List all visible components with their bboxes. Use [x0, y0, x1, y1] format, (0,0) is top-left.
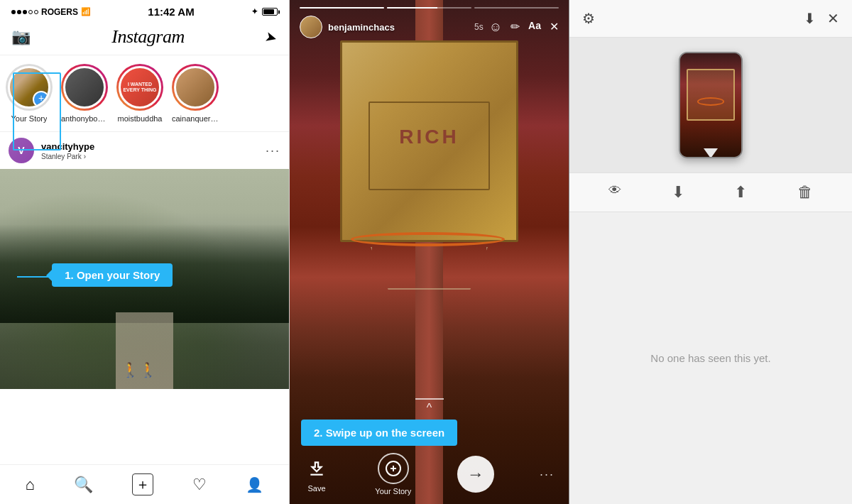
- post-info: vancityhype Stanley Park ›: [41, 141, 258, 160]
- backboard: RICH: [340, 40, 519, 242]
- dot1: [11, 10, 16, 14]
- direct-message-icon[interactable]: ➤: [263, 27, 280, 47]
- swipe-chevron-icon: ^: [427, 402, 432, 414]
- backboard-text: RICH: [399, 126, 459, 148]
- nav-home-icon[interactable]: ⌂: [26, 476, 35, 494]
- story-viewer-avatar: [300, 16, 322, 38]
- swipe-line: [415, 398, 444, 400]
- story-save-label: Save: [307, 484, 325, 493]
- story-time-label: 5s: [474, 22, 484, 32]
- screen3-delete-icon[interactable]: 🗑: [797, 183, 813, 202]
- story-preview-phone: [679, 52, 743, 158]
- stories-row: Your Story anthonybou... I WANTED EVERY …: [0, 55, 289, 132]
- progress-bar-3: [474, 7, 559, 9]
- location-arrow-icon: ›: [84, 153, 86, 160]
- settings-icon[interactable]: ⚙: [582, 10, 595, 27]
- story-pencil-icon[interactable]: ✏: [510, 20, 520, 35]
- your-story-label: Your Story: [11, 114, 48, 123]
- story-progress-bars: [300, 7, 559, 9]
- post-username[interactable]: vancityhype: [41, 141, 258, 152]
- download-icon[interactable]: ⬇: [804, 10, 816, 27]
- status-bar: ROGERS 📶 11:42 AM ✦: [0, 0, 289, 21]
- screens-container: ROGERS 📶 11:42 AM ✦ 📷 Instagram ➤: [0, 0, 852, 504]
- progress-fill-1: [300, 7, 384, 9]
- story-save-icon-container: [304, 456, 329, 481]
- figures: 🚶🚶: [121, 361, 157, 378]
- clock-time: 11:42 AM: [148, 6, 194, 18]
- swipe-callout-text: 2. Swipe up on the screen: [314, 427, 444, 439]
- dot3: [23, 10, 27, 14]
- your-story-avatar: [8, 66, 50, 109]
- story-close-icon[interactable]: ✕: [550, 20, 559, 35]
- story-item-anthonybou[interactable]: anthonybou...: [61, 64, 108, 123]
- story-add-icon: [385, 460, 402, 477]
- story-text-icon[interactable]: Aa: [528, 20, 541, 35]
- open-story-callout: 1. Open your Story: [52, 263, 173, 287]
- status-right: ✦: [251, 7, 278, 16]
- story-item-your-story[interactable]: Your Story: [6, 64, 53, 123]
- story-viewer-username: benjaminchacs: [328, 22, 469, 33]
- screen3-header: ⚙ ⬇ ✕: [569, 0, 852, 38]
- post-user-avatar: V: [9, 138, 34, 163]
- story-next-button[interactable]: →: [457, 456, 494, 493]
- moistbuddha-avatar-ring: I WANTED EVERY THING: [116, 64, 163, 111]
- screen3-download-icon[interactable]: ⬇: [672, 183, 684, 202]
- moistbuddha-label: moistbuddha: [118, 114, 163, 123]
- your-story-avatar-ring: [6, 64, 53, 111]
- camera-icon[interactable]: 📷: [11, 28, 31, 46]
- screen3-icons-right: ⬇ ✕: [804, 10, 839, 27]
- swipe-up-indicator: ^: [301, 398, 557, 414]
- swipe-up-callout: 2. Swipe up on the screen: [301, 420, 457, 446]
- story-save-icon: [307, 459, 326, 478]
- nav-profile-icon[interactable]: 👤: [246, 476, 263, 493]
- callout-text: 1. Open your Story: [65, 269, 160, 281]
- nav-add-icon[interactable]: ＋: [132, 473, 153, 495]
- anthonybou-avatar-ring: [61, 64, 108, 111]
- preview-triangle-pointer: [704, 148, 718, 158]
- hoop-net: [371, 247, 488, 290]
- bottom-navigation: ⌂ 🔍 ＋ ♡ 👤: [0, 464, 289, 504]
- preview-hoop-ring: [697, 97, 725, 106]
- nav-search-icon[interactable]: 🔍: [74, 476, 93, 494]
- anthonybou-avatar: [63, 66, 106, 109]
- post-location[interactable]: Stanley Park ›: [41, 152, 258, 160]
- wifi-icon: 📶: [81, 7, 91, 16]
- story-save-action[interactable]: Save: [304, 456, 329, 493]
- screen3-share-icon[interactable]: ⬆: [734, 183, 747, 202]
- story-user-row: benjaminchacs 5s ☺ ✏ Aa ✕: [300, 16, 559, 38]
- story-circle-icon: [378, 453, 409, 484]
- story-header-icons: ☺ ✏ Aa ✕: [489, 20, 559, 35]
- post-more-options[interactable]: ···: [266, 143, 280, 158]
- progress-fill-2: [387, 7, 437, 9]
- post-avatar-letter: V: [18, 145, 24, 156]
- dot2: [17, 10, 21, 14]
- post-header: V vancityhype Stanley Park › ···: [0, 132, 289, 169]
- story-your-story-action[interactable]: Your Story: [375, 453, 411, 495]
- post-image: 🚶🚶 1. Open your Story: [0, 169, 289, 389]
- story-your-story-label: Your Story: [375, 487, 411, 495]
- story-smiley-icon[interactable]: ☺: [489, 20, 502, 35]
- screen1-instagram-feed: ROGERS 📶 11:42 AM ✦ 📷 Instagram ➤: [0, 0, 290, 504]
- story-item-cainanqueri[interactable]: cainanqueri...: [172, 64, 219, 123]
- next-arrow-icon: →: [467, 464, 484, 484]
- callout-pointer: [46, 270, 52, 281]
- battery-indicator: [262, 8, 278, 16]
- story-actions-row: Save Your Story → ···: [301, 453, 557, 495]
- screen3-empty-state: No one has seen this yet.: [569, 212, 852, 504]
- screen2-story-viewer: RICH benjaminchacs 5s ☺ ✏ Aa: [290, 0, 569, 504]
- no-viewers-message: No one has seen this yet.: [650, 352, 770, 364]
- story-more-options[interactable]: ···: [540, 467, 555, 482]
- story-item-moistbuddha[interactable]: I WANTED EVERY THING moistbuddha: [116, 64, 163, 123]
- close-icon[interactable]: ✕: [827, 10, 839, 27]
- instagram-logo: Instagram: [111, 26, 184, 48]
- cainanqueri-avatar-ring: [172, 64, 219, 111]
- preview-hoop: [687, 69, 736, 121]
- battery-fill: [263, 9, 274, 14]
- views-eye-icon[interactable]: 👁: [608, 183, 621, 202]
- dot4: [28, 10, 33, 14]
- nav-activity-icon[interactable]: ♡: [192, 476, 207, 494]
- moist-text: I WANTED EVERY THING: [121, 82, 159, 94]
- screen3-story-detail: ⚙ ⬇ ✕ 👁 ⬇ ⬆ 🗑 No one h: [569, 0, 852, 504]
- anthonybou-label: anthonybou...: [61, 114, 108, 123]
- hoop-ring: [351, 232, 504, 246]
